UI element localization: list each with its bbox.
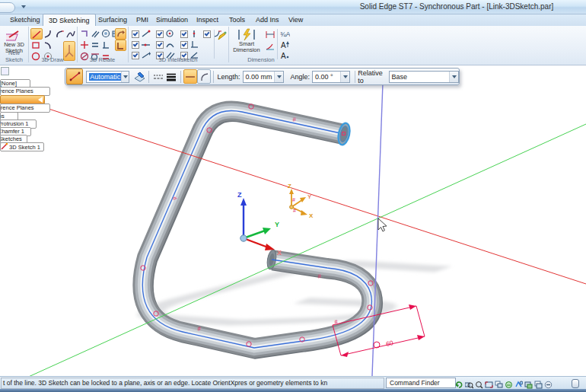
relative-to-value: Base — [392, 73, 408, 81]
tab-surfacing[interactable]: Surfacing — [93, 14, 132, 26]
ribbon: New 3D Sketch New Sketch — [0, 26, 586, 65]
arc-tool-button[interactable] — [43, 28, 53, 38]
parallel-relation-button[interactable] — [90, 28, 100, 38]
perpendicular-relation-button[interactable] — [100, 40, 111, 49]
fit-view-icon[interactable] — [485, 378, 492, 387]
svg-text:¾A: ¾A — [280, 30, 290, 38]
relative-to-dropdown-icon[interactable] — [449, 72, 458, 82]
relationship-handles-toggle[interactable] — [115, 40, 126, 51]
sketch-view-icon[interactable] — [505, 378, 512, 387]
intellisketch-vertical-checkbox[interactable] — [180, 30, 199, 38]
smart-dimension-icon — [237, 28, 256, 41]
line-width-button[interactable] — [165, 69, 179, 84]
tab-simulation[interactable]: Simulation — [151, 14, 193, 26]
zoom-area-icon[interactable] — [465, 378, 473, 387]
length-input[interactable]: 0.00 mm — [243, 71, 285, 83]
arc3-tool-button[interactable] — [43, 40, 53, 49]
zoom-icon[interactable] — [475, 378, 482, 387]
active-line-tool-button[interactable] — [66, 69, 83, 84]
lock-plane-button[interactable] — [132, 69, 146, 84]
application-button[interactable] — [0, 2, 15, 13]
dimension-size-up-button[interactable]: A — [279, 40, 290, 49]
status-bar: t of the line. 3D Sketch can be locked t… — [0, 376, 586, 390]
arc-segment-icon — [199, 72, 209, 81]
length-dropdown-icon[interactable] — [274, 72, 283, 82]
sketch-line-vertical[interactable] — [372, 83, 383, 376]
zoom-slider-thumb[interactable] — [572, 379, 579, 388]
tangent-arc-tool-button[interactable] — [54, 28, 65, 38]
tab-sketching[interactable]: Sketching — [5, 14, 46, 26]
sketch-centerline[interactable] — [142, 111, 371, 348]
view-orientation-icon[interactable] — [514, 378, 522, 387]
connect-relation-button[interactable] — [79, 28, 90, 38]
tab-add-ins[interactable]: Add Ins — [250, 14, 285, 26]
tab-3d-sketching[interactable]: 3D Sketching — [43, 14, 96, 27]
tab-tools[interactable]: Tools — [224, 14, 250, 26]
solid-edge-window: # # # # # Z Y X Z — [0, 0, 586, 392]
angle-label: Angle: — [290, 73, 310, 81]
line-segment-toggle[interactable] — [183, 69, 197, 84]
rectangle-tool-button[interactable] — [30, 40, 41, 49]
distance-between-button[interactable] — [265, 29, 275, 39]
previous-view-icon[interactable] — [455, 378, 463, 387]
group-dimension: Smart Dimension ¾A A A Dimension — [228, 27, 294, 62]
plane-mode-select[interactable]: Automatic — [86, 71, 129, 83]
window-bottom-edge — [0, 389, 586, 392]
equal-relation-button[interactable] — [90, 40, 100, 49]
line-command-bar: Automatic — [65, 68, 460, 85]
line-tool-button[interactable] — [30, 28, 43, 40]
intellisketch-options-button[interactable] — [216, 31, 227, 41]
horizontal-vertical-relation-button[interactable] — [79, 40, 90, 49]
curve-tool-button[interactable] — [65, 28, 76, 38]
relative-to-label: Relative to — [358, 69, 386, 84]
tab-inspect[interactable]: Inspect — [191, 14, 224, 26]
length-label: Length: — [218, 73, 240, 81]
intellisketch-midpoint-checkbox[interactable] — [132, 40, 151, 49]
dimension-value-style-button[interactable]: ¾A — [279, 28, 290, 38]
model-viewport[interactable]: # # # # # Z Y X Z — [0, 65, 586, 376]
quick-access-dropdown-icon[interactable] — [21, 5, 26, 8]
pan-icon[interactable] — [495, 378, 502, 387]
pathfinder-handle[interactable] — [1, 67, 9, 75]
intellisketch-perpendicular-checkbox[interactable] — [180, 40, 199, 49]
angle-value: 0.00 ° — [315, 73, 333, 81]
collapse-arrow-icon[interactable] — [38, 97, 43, 103]
tube-body[interactable] — [142, 111, 373, 349]
new-3d-sketch-icon — [6, 28, 23, 42]
svg-text:A: A — [281, 41, 286, 49]
group-3d-intellisketch: 3D Intellisketch — [128, 27, 229, 62]
line-style-button[interactable] — [151, 69, 165, 84]
relative-to-select[interactable]: Base — [389, 71, 460, 83]
pathfinder-item-3d-sketch-1[interactable]: 3D Sketch 1 — [0, 142, 44, 151]
base-triad: Z Y X — [237, 191, 282, 257]
line-icon — [69, 72, 81, 81]
tab-view[interactable]: View — [283, 14, 308, 26]
concentric-relation-button[interactable] — [100, 28, 111, 38]
command-finder-input[interactable]: Command Finder — [386, 378, 456, 388]
group-new-sketch: New 3D Sketch New Sketch — [0, 27, 29, 62]
title-bar[interactable]: Solid Edge ST7 - Synchronous Part - [Lin… — [0, 0, 586, 14]
triad-x-label: X — [277, 249, 282, 257]
triad-z-label: Z — [237, 191, 242, 199]
length-value: 0.00 mm — [246, 73, 272, 81]
window-layout-icon[interactable] — [534, 378, 542, 387]
intellisketch-arc-checkbox[interactable] — [156, 40, 175, 49]
angle-dropdown-icon[interactable] — [340, 72, 349, 82]
arc-segment-toggle[interactable] — [197, 69, 211, 84]
maintain-relationships-toggle[interactable] — [115, 28, 126, 40]
angle-input[interactable]: 0.00 ° — [312, 71, 351, 83]
orientxpres-x-label: X — [309, 212, 314, 219]
intellisketch-endpoint-checkbox[interactable] — [132, 30, 151, 38]
view-styles-icon[interactable] — [524, 378, 532, 387]
collapse-windows-icon[interactable] — [544, 378, 552, 387]
smart-dimension-button[interactable]: Smart Dimension — [231, 28, 262, 53]
group-label-3d-intellisketch: 3D Intellisketch — [128, 56, 228, 63]
angle-between-button[interactable] — [265, 41, 275, 51]
plane-mode-dropdown-icon[interactable] — [121, 72, 129, 82]
sketch-icon — [1, 143, 8, 150]
window-title: Solid Edge ST7 - Synchronous Part - [Lin… — [327, 2, 586, 11]
plane-mode-value: Automatic — [89, 73, 121, 81]
line-style-icon — [153, 73, 164, 81]
intellisketch-center-checkbox[interactable] — [156, 30, 175, 38]
group-3d-relate: 3D Relate — [77, 27, 129, 62]
